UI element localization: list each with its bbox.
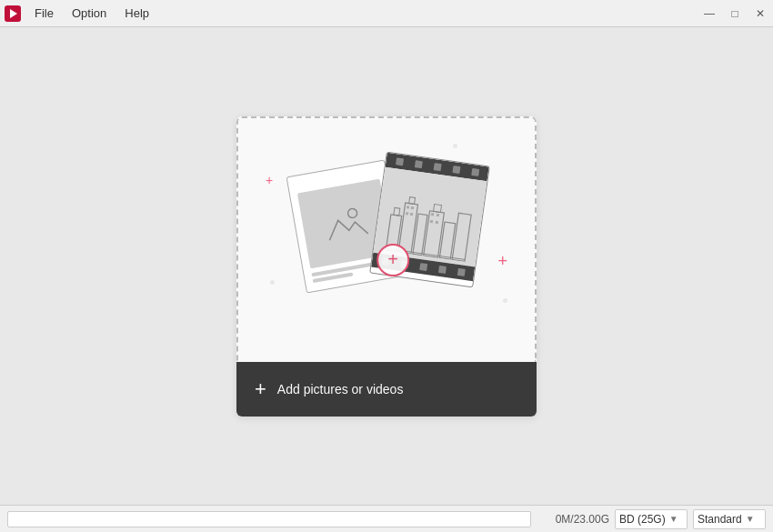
film-hole-2 [414, 160, 422, 168]
svg-rect-14 [406, 212, 408, 215]
add-plus-icon: + [255, 379, 266, 399]
title-bar-left: File Option Help [4, 0, 158, 27]
film-hole-b5 [457, 267, 465, 276]
deco-dot-1 [453, 144, 457, 148]
minimize-button[interactable]: — [697, 0, 722, 27]
progress-bar [7, 511, 531, 527]
maximize-button[interactable]: □ [722, 0, 748, 27]
add-label: Add pictures or videos [277, 382, 404, 396]
quality-select-arrow: ▼ [746, 514, 755, 524]
svg-rect-13 [411, 206, 414, 209]
title-bar-controls: — □ ✕ [697, 0, 773, 27]
size-indicator: 0M/23.00G [537, 513, 609, 526]
svg-rect-9 [434, 204, 442, 212]
svg-rect-17 [437, 214, 439, 216]
app-icon [4, 5, 22, 23]
drop-zone[interactable]: + + [236, 116, 537, 417]
svg-rect-4 [394, 207, 400, 216]
quality-select[interactable]: Standard ▼ [693, 509, 766, 529]
main-content: + + [0, 27, 773, 505]
title-bar: File Option Help — □ ✕ [0, 0, 773, 27]
svg-rect-18 [430, 220, 433, 223]
svg-rect-7 [413, 214, 427, 256]
quality-select-value: Standard [698, 513, 742, 526]
drop-zone-inner: + + [236, 116, 537, 362]
film-hole-5 [471, 167, 479, 176]
deco-dot-4 [503, 298, 507, 303]
illustration: + [286, 149, 487, 331]
add-bar[interactable]: + Add pictures or videos [236, 362, 537, 417]
svg-rect-11 [452, 213, 471, 261]
status-bar: 0M/23.00G BD (25G) ▼ Standard ▼ [0, 505, 773, 532]
deco-dot-3 [270, 280, 275, 285]
film-hole-4 [452, 165, 460, 173]
add-circle-icon: + [376, 244, 409, 276]
svg-rect-19 [436, 221, 438, 224]
svg-rect-16 [431, 213, 434, 216]
deco-plus-2: + [497, 252, 507, 271]
svg-point-2 [347, 207, 358, 218]
film-hole-1 [396, 157, 404, 166]
film-hole-3 [433, 163, 441, 171]
disc-select[interactable]: BD (25G) ▼ [615, 509, 688, 529]
disc-select-value: BD (25G) [619, 513, 666, 526]
menu-help[interactable]: Help [115, 0, 158, 27]
film-hole-b4 [437, 265, 446, 273]
svg-rect-6 [409, 197, 416, 205]
deco-plus-1: + [266, 173, 273, 187]
svg-rect-15 [410, 213, 413, 216]
close-button[interactable]: ✕ [748, 0, 773, 27]
svg-rect-12 [407, 206, 409, 208]
menu-bar: File Option Help [25, 0, 158, 27]
disc-select-arrow: ▼ [669, 514, 678, 524]
film-hole-b3 [419, 262, 427, 270]
menu-file[interactable]: File [25, 0, 63, 27]
menu-option[interactable]: Option [63, 0, 115, 27]
